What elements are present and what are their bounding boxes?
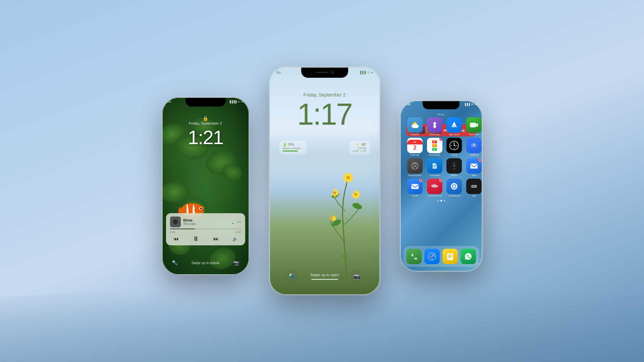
svg-rect-71: [411, 184, 419, 189]
center-status-bar: Jio ▐▐▐⊙▪▪: [269, 70, 380, 74]
volume-icon[interactable]: 🔊: [232, 237, 237, 241]
progress-fill: [170, 229, 195, 229]
page-dots: [403, 200, 480, 201]
weather-icon: ⛅: [356, 143, 360, 146]
watch-app-icon[interactable]: [446, 158, 462, 174]
facetime-app-icon[interactable]: [466, 117, 482, 133]
battery-fill: [283, 150, 298, 152]
more-icon[interactable]: •••: [237, 220, 241, 224]
app-swiftkey-wrapper[interactable]: S SwiftKey: [465, 138, 482, 156]
voicememo-app-icon[interactable]: 8: [427, 179, 442, 194]
svg-point-22: [346, 176, 350, 179]
music-times: 1:23 -2:31: [170, 231, 241, 234]
app-idb-wrapper[interactable]: iDB iDB: [465, 179, 482, 197]
app-truecaller-wrapper[interactable]: Truecaller: [426, 158, 443, 177]
dock-whatsapp-wrapper[interactable]: [460, 249, 477, 264]
app-row-1: Weather Shortcuts: [406, 117, 482, 136]
page-dot-1: [437, 200, 439, 201]
svg-point-5: [200, 207, 202, 209]
svg-rect-70: [470, 164, 478, 169]
svg-point-59: [414, 163, 416, 166]
reminders-app-icon[interactable]: 5: [427, 138, 442, 153]
svg-rect-48: [470, 123, 476, 127]
music-album-art: [170, 217, 181, 227]
camera-icon[interactable]: 📷: [233, 260, 239, 265]
music-player[interactable]: Drive The Cars 📡 ••• 1:23 -2:31 ⏮ ⏸ ⏭ 🔊: [166, 213, 245, 245]
swiftkey-app-icon[interactable]: S: [466, 138, 482, 153]
voicememo-badge: 8: [439, 179, 442, 182]
voicememo-app-label: Voice Memos: [428, 195, 442, 197]
dock-phone-wrapper[interactable]: [406, 249, 422, 264]
simplenote-app-icon[interactable]: [446, 179, 462, 194]
center-status-icons: ▐▐▐⊙▪▪: [359, 70, 373, 74]
flower-plant: [320, 158, 373, 278]
authenticator-app-icon[interactable]: [407, 158, 423, 174]
lock-icon: 🔒: [203, 116, 208, 121]
truecaller-app-label: Truecaller: [429, 174, 440, 177]
shortcuts-app-icon[interactable]: [427, 117, 442, 133]
music-controls: ⏮ ⏸ ⏭ 🔊: [170, 235, 241, 243]
app-facetime-wrapper[interactable]: FaceTime: [465, 117, 482, 136]
app-simplenote-wrapper[interactable]: Simplenote: [445, 179, 463, 197]
right-status-bar: 9:41 ▐▐▐ ⊙ ▪▪▪▪: [400, 103, 482, 106]
svg-point-69: [454, 166, 455, 166]
app-email-wrapper[interactable]: 8 Email: [406, 179, 424, 197]
dock-notes-wrapper[interactable]: [442, 249, 459, 264]
idb-app-label: iDB: [472, 195, 476, 197]
app-row-2: FRI 2 Calendar: [406, 138, 482, 156]
truecaller-app-icon[interactable]: [427, 158, 442, 174]
app-calendar-wrapper[interactable]: FRI 2 Calendar: [406, 138, 424, 156]
app-clock-wrapper[interactable]: Clock: [445, 138, 463, 156]
app-reminders-wrapper[interactable]: 5 Reminders: [426, 138, 443, 156]
mail-app-icon[interactable]: 1: [466, 158, 482, 174]
reminders-app-label: Reminders: [429, 154, 440, 156]
forward-button[interactable]: ⏭: [213, 236, 219, 242]
watch-app-label: Watch: [451, 174, 458, 177]
swiftkey-app-label: SwiftKey: [470, 154, 479, 156]
app-voicememo-wrapper[interactable]: 8 Voice Memos: [426, 179, 443, 197]
music-info: Drive The Cars: [183, 218, 228, 226]
page-dot-2: [440, 200, 442, 201]
dock-safari-icon[interactable]: [424, 249, 440, 264]
music-title: Drive: [183, 218, 228, 222]
email-app-icon[interactable]: 8: [407, 179, 423, 194]
appstore-app-icon[interactable]: [446, 117, 462, 133]
weather-app-icon[interactable]: [407, 117, 423, 133]
app-appstore-wrapper[interactable]: App Store: [445, 117, 463, 136]
app-watch-wrapper[interactable]: Watch: [445, 158, 463, 177]
calendar-app-icon[interactable]: FRI 2: [407, 138, 423, 153]
mail-badge: 1: [478, 158, 482, 162]
swipe-text: Swipe up to open: [310, 273, 339, 277]
svg-point-6: [201, 208, 201, 208]
battery-device-name: Ankur's iPhone: [283, 147, 303, 150]
app-shortcuts-wrapper[interactable]: Shortcuts: [426, 117, 443, 136]
dock-safari-wrapper[interactable]: [424, 249, 440, 264]
app-weather-wrapper[interactable]: Weather: [406, 117, 424, 136]
clock-app-icon[interactable]: [446, 138, 462, 153]
svg-point-34: [330, 216, 333, 221]
phone-left: 🔒 Jio ▐▐▐▐⊙▪▪▪ Friday, September 2 1:21: [162, 97, 249, 275]
app-mail-wrapper[interactable]: 1 Mail: [465, 158, 482, 177]
airplay-icon[interactable]: 📡: [231, 220, 235, 224]
app-auth-wrapper[interactable]: Authenticator: [406, 158, 424, 177]
progress-bar[interactable]: [170, 229, 241, 229]
dock-notes-icon[interactable]: [442, 249, 458, 264]
shortcuts-app-label: Shortcuts: [430, 133, 440, 136]
phone-right: 9:41 ▐▐▐ ⊙ ▪▪▪▪ i: [400, 101, 482, 272]
idb-app-icon[interactable]: iDB: [466, 179, 482, 194]
pause-button[interactable]: ⏸: [193, 235, 199, 243]
svg-rect-63: [453, 163, 455, 163]
dock-phone-icon[interactable]: [406, 249, 422, 264]
simplenote-app-label: Simplenote: [448, 195, 460, 197]
app-row-3: Authenticator Truecaller: [406, 158, 482, 177]
svg-point-33: [333, 216, 336, 221]
svg-point-30: [351, 193, 355, 196]
rewind-button[interactable]: ⏮: [173, 236, 179, 242]
dock-whatsapp-icon[interactable]: [461, 249, 476, 264]
battery-percent: 76%: [288, 143, 294, 146]
app-dock: [404, 246, 479, 267]
page-dot-3: [443, 200, 445, 201]
swipe-open-label: Swipe up to open: [269, 273, 380, 280]
email-badge: 8: [419, 179, 423, 182]
music-artist: The Cars: [183, 222, 228, 226]
